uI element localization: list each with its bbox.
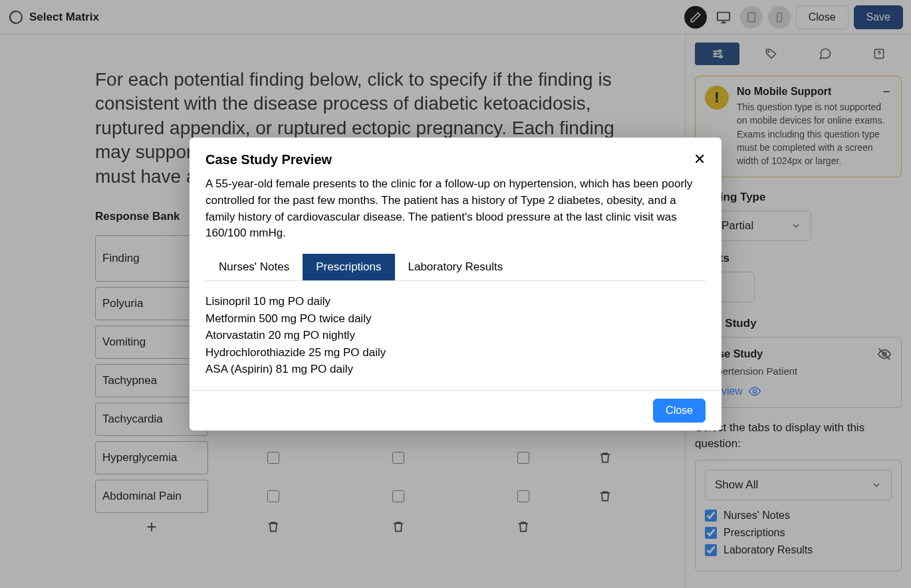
case-study-preview-modal: Case Study Preview ✕ A 55-year-old femal… <box>190 138 721 430</box>
modal-title: Case Study Preview <box>205 152 332 167</box>
modal-tab[interactable]: Prescriptions <box>303 254 394 280</box>
modal-tab-content: Lisinopril 10 mg PO daily Metformin 500 … <box>205 293 706 378</box>
modal-close-button[interactable]: Close <box>653 399 706 423</box>
modal-tab[interactable]: Laboratory Results <box>395 254 517 280</box>
modal-description: A 55-year-old female presents to the cli… <box>205 176 706 242</box>
close-icon[interactable]: ✕ <box>694 151 706 168</box>
modal-tab[interactable]: Nurses' Notes <box>205 254 303 280</box>
